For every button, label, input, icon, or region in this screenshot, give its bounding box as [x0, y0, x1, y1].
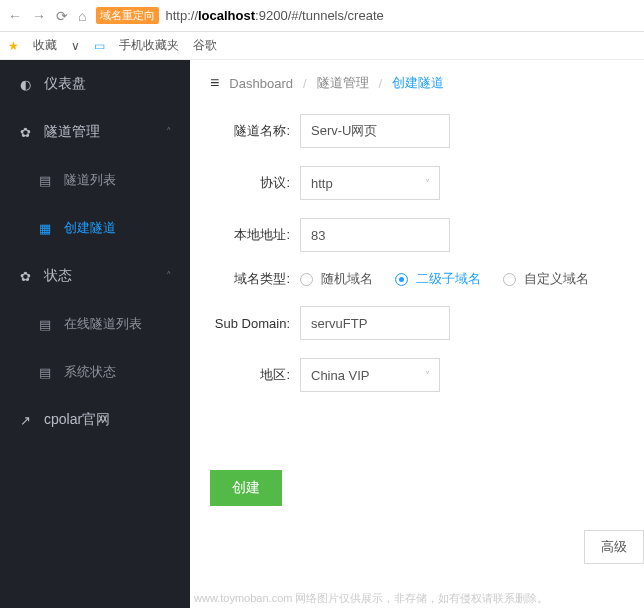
crumb-dashboard[interactable]: Dashboard — [229, 76, 293, 91]
region-select[interactable] — [300, 358, 440, 392]
chevron-up-icon: ˄ — [166, 126, 172, 139]
create-button[interactable]: 创建 — [210, 470, 282, 506]
sidebar-item-tunnel-list[interactable]: ▤ 隧道列表 — [0, 156, 190, 204]
crumb-create-tunnel: 创建隧道 — [392, 74, 444, 92]
random-domain-label[interactable]: 随机域名 — [321, 270, 373, 288]
list-icon: ▤ — [38, 365, 52, 380]
radio-custom-domain[interactable] — [503, 273, 516, 286]
home-icon[interactable]: ⌂ — [78, 8, 86, 24]
reload-icon[interactable]: ⟳ — [56, 8, 68, 24]
sidebar: ◐ 仪表盘 ✿ 隧道管理 ˄ ▤ 隧道列表 ▦ 创建隧道 ✿ 状态 ˄ ▤ 在线… — [0, 60, 190, 608]
advanced-button[interactable]: 高级 — [584, 530, 644, 564]
gear-icon: ✿ — [18, 125, 32, 140]
status-icon: ✿ — [18, 269, 32, 284]
grid-icon: ▦ — [38, 221, 52, 236]
subdomain-input[interactable] — [300, 306, 450, 340]
bookmark-fav[interactable]: 收藏 — [33, 37, 57, 54]
chevron-down-icon: ˅ — [425, 178, 430, 189]
chevron-up-icon: ˄ — [166, 270, 172, 283]
protocol-label: 协议: — [210, 174, 300, 192]
sidebar-item-cpolar[interactable]: ↗ cpolar官网 — [0, 396, 190, 444]
separator: ∨ — [71, 39, 80, 53]
list-icon: ▤ — [38, 173, 52, 188]
back-icon[interactable]: ← — [8, 8, 22, 24]
local-addr-input[interactable] — [300, 218, 450, 252]
bookmark-bar: ★ 收藏 ∨ ▭ 手机收藏夹 谷歌 — [0, 32, 644, 60]
sidebar-item-online-list[interactable]: ▤ 在线隧道列表 — [0, 300, 190, 348]
tunnel-name-label: 隧道名称: — [210, 122, 300, 140]
menu-icon[interactable]: ≡ — [210, 74, 219, 92]
chevron-down-icon: ˅ — [425, 370, 430, 381]
sidebar-item-status[interactable]: ✿ 状态 ˄ — [0, 252, 190, 300]
breadcrumb: ≡ Dashboard / 隧道管理 / 创建隧道 — [210, 74, 644, 92]
browser-toolbar: ← → ⟳ ⌂ 域名重定向 http://localhost:9200/#/tu… — [0, 0, 644, 32]
sidebar-item-create-tunnel[interactable]: ▦ 创建隧道 — [0, 204, 190, 252]
radio-sub-domain[interactable] — [395, 273, 408, 286]
forward-icon[interactable]: → — [32, 8, 46, 24]
subdomain-label: Sub Domain: — [210, 316, 300, 331]
address-bar[interactable]: 域名重定向 http://localhost:9200/#/tunnels/cr… — [96, 7, 383, 24]
radio-random-domain[interactable] — [300, 273, 313, 286]
url-text: http://localhost:9200/#/tunnels/create — [165, 8, 383, 23]
sidebar-item-tunnel-mgmt[interactable]: ✿ 隧道管理 ˄ — [0, 108, 190, 156]
bookmark-mobile[interactable]: 手机收藏夹 — [119, 37, 179, 54]
crumb-tunnel-mgmt[interactable]: 隧道管理 — [317, 74, 369, 92]
gauge-icon: ◐ — [18, 77, 32, 92]
custom-domain-label[interactable]: 自定义域名 — [524, 270, 589, 288]
list-icon: ▤ — [38, 317, 52, 332]
sub-domain-label[interactable]: 二级子域名 — [416, 270, 481, 288]
region-label: 地区: — [210, 366, 300, 384]
footer-watermark: www.toymoban.com 网络图片仅供展示，非存储，如有侵权请联系删除。 — [194, 591, 548, 606]
star-icon[interactable]: ★ — [8, 39, 19, 53]
external-link-icon: ↗ — [18, 413, 32, 428]
domain-type-label: 域名类型: — [210, 270, 300, 288]
sidebar-item-system-status[interactable]: ▤ 系统状态 — [0, 348, 190, 396]
protocol-select[interactable] — [300, 166, 440, 200]
main-content: ≡ Dashboard / 隧道管理 / 创建隧道 隧道名称: 协议: ˅ 本地… — [190, 60, 644, 608]
bookmark-google[interactable]: 谷歌 — [193, 37, 217, 54]
tunnel-name-input[interactable] — [300, 114, 450, 148]
redirect-badge: 域名重定向 — [96, 7, 159, 24]
local-addr-label: 本地地址: — [210, 226, 300, 244]
sidebar-item-dashboard[interactable]: ◐ 仪表盘 — [0, 60, 190, 108]
mobile-icon: ▭ — [94, 39, 105, 53]
